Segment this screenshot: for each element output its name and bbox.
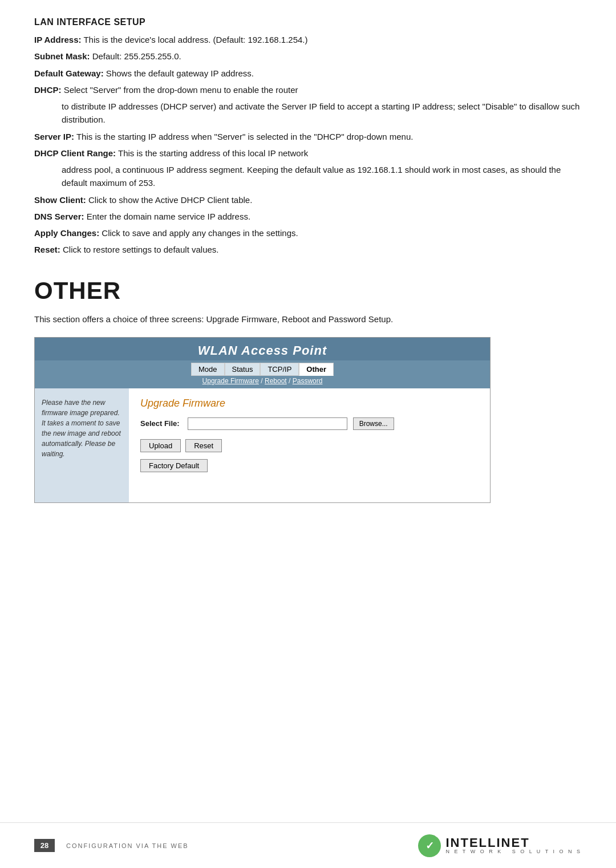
lan-body: IP Address: This is the device's local a… bbox=[34, 33, 582, 257]
lan-default-gateway: Default Gateway: Shows the default gatew… bbox=[34, 67, 582, 80]
logo-brand-text: INTELLINET bbox=[445, 837, 582, 849]
wlan-section-title: Upgrade Firmware bbox=[140, 398, 479, 409]
select-file-label: Select File: bbox=[140, 419, 180, 428]
wlan-main: Upgrade Firmware Select File: Browse... … bbox=[129, 388, 490, 502]
other-heading: OTHER bbox=[34, 277, 582, 305]
footer-text: CONFIGURATION VIA THE WEB bbox=[66, 842, 417, 849]
factory-default-row: Factory Default bbox=[140, 459, 479, 472]
lan-apply-changes: Apply Changes: Click to save and apply a… bbox=[34, 226, 582, 240]
lan-dns-server: DNS Server: Enter the domain name servic… bbox=[34, 210, 582, 223]
lan-reset: Reset: Click to restore settings to defa… bbox=[34, 243, 582, 256]
other-section: OTHER This section offers a choice of th… bbox=[34, 277, 582, 503]
lan-ip-address: IP Address: This is the device's local a… bbox=[34, 33, 582, 46]
logo-sub-text: N E T W O R K S O L U T I O N S bbox=[445, 849, 582, 854]
page-number: 28 bbox=[34, 839, 55, 852]
lan-title: LAN Interface Setup bbox=[34, 17, 582, 27]
browse-button[interactable]: Browse... bbox=[353, 417, 394, 430]
lan-dhcp-detail: to distribute IP addresses (DHCP server)… bbox=[34, 100, 582, 127]
lan-dhcp-client-range-detail: address pool, a continuous IP address se… bbox=[34, 163, 582, 190]
wlan-sidebar: Please have the new firmware image prepa… bbox=[35, 388, 129, 502]
wlan-panel: WLAN Access Point Mode Status TCP/IP Oth… bbox=[34, 337, 491, 503]
subnav-reboot[interactable]: Reboot bbox=[265, 377, 287, 385]
wlan-subnav: Upgrade Firmware / Reboot / Password bbox=[202, 377, 323, 385]
factory-default-button[interactable]: Factory Default bbox=[140, 459, 208, 472]
lan-dhcp-client-range: DHCP Client Range: This is the starting … bbox=[34, 147, 582, 160]
intellinet-logo: ✓ INTELLINET N E T W O R K S O L U T I O… bbox=[417, 833, 582, 858]
lan-subnet-mask: Subnet Mask: Default: 255.255.255.0. bbox=[34, 50, 582, 63]
firmware-file-input[interactable] bbox=[188, 417, 347, 430]
wlan-tab-mode[interactable]: Mode bbox=[191, 363, 225, 376]
lan-show-client: Show Client: Click to show the Active DH… bbox=[34, 193, 582, 206]
reset-button[interactable]: Reset bbox=[185, 439, 222, 452]
wlan-panel-title: WLAN Access Point bbox=[35, 343, 490, 358]
lan-server-ip: Server IP: This is the starting IP addre… bbox=[34, 130, 582, 143]
lan-dhcp: DHCP: Select "Server" from the drop-down… bbox=[34, 83, 582, 96]
wlan-tab-status[interactable]: Status bbox=[225, 363, 261, 376]
lan-section: LAN Interface Setup IP Address: This is … bbox=[34, 17, 582, 257]
button-row: Upload Reset bbox=[140, 439, 479, 452]
wlan-tab-other[interactable]: Other bbox=[299, 363, 334, 376]
upload-button[interactable]: Upload bbox=[140, 439, 181, 452]
svg-text:✓: ✓ bbox=[425, 840, 434, 851]
intellinet-logo-icon: ✓ bbox=[417, 833, 442, 858]
page-footer: 28 CONFIGURATION VIA THE WEB ✓ INTELLINE… bbox=[0, 822, 616, 868]
wlan-nav: Mode Status TCP/IP Other Upgrade Firmwar… bbox=[35, 360, 490, 388]
other-intro: This section offers a choice of three sc… bbox=[34, 313, 582, 326]
logo-text-group: INTELLINET N E T W O R K S O L U T I O N… bbox=[445, 837, 582, 854]
subnav-upgrade[interactable]: Upgrade Firmware bbox=[202, 377, 259, 385]
subnav-password[interactable]: Password bbox=[293, 377, 323, 385]
wlan-nav-tabs: Mode Status TCP/IP Other bbox=[191, 363, 334, 376]
wlan-tab-tcpip[interactable]: TCP/IP bbox=[260, 363, 299, 376]
wlan-body: Please have the new firmware image prepa… bbox=[35, 388, 490, 502]
firmware-row: Select File: Browse... bbox=[140, 417, 479, 430]
wlan-panel-title-bar: WLAN Access Point bbox=[35, 338, 490, 360]
